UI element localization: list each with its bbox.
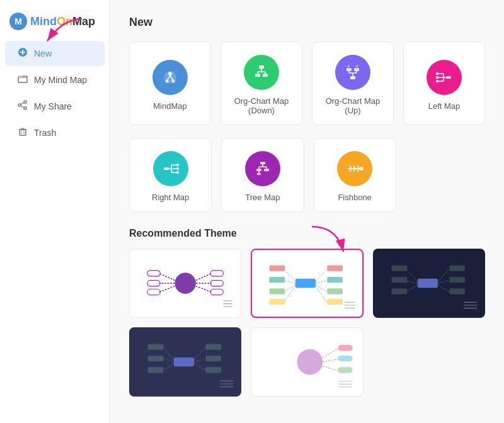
trash-icon (18, 127, 28, 139)
svg-line-134 (194, 347, 205, 360)
fishbone-icon (337, 151, 372, 186)
mindmap-icon (152, 60, 188, 95)
svg-point-6 (24, 107, 26, 110)
sidebar-item-my-share[interactable]: My Share (5, 94, 105, 119)
sidebar-item-my-mind-map-label: My Mind Map (34, 75, 87, 85)
folder-icon (18, 74, 28, 86)
svg-line-90 (284, 280, 295, 283)
svg-rect-125 (148, 344, 164, 350)
svg-line-75 (159, 286, 175, 292)
svg-rect-127 (148, 367, 164, 373)
map-card-tree-map[interactable]: Tree Map (221, 138, 304, 212)
recommended-section-title: Recommended Theme (129, 228, 485, 239)
svg-rect-126 (148, 356, 164, 361)
svg-line-129 (163, 358, 174, 362)
svg-rect-101 (328, 266, 343, 271)
svg-point-5 (24, 101, 26, 103)
tree-map-icon (245, 151, 280, 186)
svg-line-110 (406, 280, 417, 283)
sidebar-item-new[interactable]: New (5, 41, 105, 66)
map-grid-row2: Right Map Tree Map (129, 138, 396, 212)
org-up-icon (335, 55, 370, 90)
svg-line-141 (323, 349, 338, 358)
logo-icon: M (9, 13, 27, 30)
sidebar-item-new-label: New (34, 48, 52, 59)
svg-rect-145 (338, 356, 353, 361)
theme-card-dark2[interactable] (129, 327, 241, 397)
map-card-mindmap[interactable]: MindMap (129, 42, 211, 125)
svg-rect-51 (176, 164, 179, 166)
svg-rect-44 (436, 80, 438, 82)
svg-rect-59 (256, 169, 261, 171)
svg-point-34 (348, 65, 350, 67)
theme-grid (129, 249, 485, 397)
map-card-fishbone[interactable]: Fishbone (314, 138, 396, 212)
svg-rect-144 (338, 345, 353, 351)
svg-line-128 (163, 347, 174, 360)
theme-card-pastel[interactable] (251, 327, 363, 397)
share-icon (18, 100, 28, 113)
svg-point-70 (360, 167, 364, 171)
svg-rect-112 (391, 266, 407, 271)
svg-rect-76 (147, 271, 160, 276)
theme-card-white[interactable] (129, 249, 241, 318)
logo-text: MindOnMap (30, 15, 95, 28)
map-card-org-down[interactable]: Org-Chart Map (Down) (220, 42, 302, 125)
svg-line-115 (438, 269, 449, 281)
svg-rect-132 (205, 356, 221, 361)
main-content: New MindMap (110, 0, 504, 423)
svg-rect-118 (449, 266, 465, 271)
theme-card-colorful[interactable] (251, 249, 363, 318)
map-card-right-map[interactable]: Right Map (129, 138, 212, 212)
theme-card-dark[interactable] (373, 249, 485, 318)
svg-line-9 (21, 106, 24, 108)
svg-point-7 (18, 104, 21, 106)
map-card-org-up[interactable]: Org-Chart Map (Up) (312, 42, 394, 125)
svg-line-79 (196, 273, 212, 280)
new-section-title: New (129, 16, 485, 29)
svg-rect-82 (210, 271, 223, 276)
plus-icon (18, 47, 28, 60)
svg-rect-26 (263, 74, 268, 77)
right-map-label: Right Map (152, 193, 189, 202)
fishbone-label: Fishbone (338, 193, 371, 202)
svg-line-130 (163, 364, 174, 370)
svg-rect-77 (147, 280, 160, 286)
svg-line-136 (194, 364, 205, 370)
svg-line-116 (438, 280, 449, 283)
svg-point-18 (166, 79, 169, 82)
logo: M MindOnMap (0, 6, 110, 40)
map-card-left-map[interactable]: Left Map (403, 42, 485, 125)
svg-rect-102 (328, 277, 343, 283)
svg-rect-43 (436, 76, 438, 79)
svg-rect-119 (449, 277, 465, 283)
sidebar-item-trash[interactable]: Trash (5, 120, 105, 145)
svg-line-117 (438, 285, 449, 292)
right-map-icon (153, 151, 188, 186)
svg-rect-60 (264, 169, 269, 171)
sidebar-item-my-mind-map[interactable]: My Mind Map (5, 67, 105, 93)
svg-rect-104 (328, 299, 343, 305)
left-map-icon (427, 60, 462, 95)
svg-rect-52 (176, 167, 179, 170)
svg-line-97 (316, 269, 327, 281)
svg-rect-94 (270, 277, 285, 283)
org-up-label: Org-Chart Map (Up) (319, 96, 387, 115)
svg-rect-114 (391, 288, 407, 294)
sidebar-item-trash-label: Trash (34, 128, 56, 138)
svg-rect-45 (164, 167, 169, 170)
svg-rect-120 (449, 288, 465, 294)
svg-rect-25 (255, 74, 260, 77)
svg-rect-62 (257, 173, 261, 175)
svg-line-81 (196, 286, 212, 292)
svg-line-142 (323, 359, 338, 362)
org-down-icon (244, 55, 279, 90)
map-grid-row1: MindMap Org-Chart Map (Down) (129, 42, 485, 125)
svg-rect-95 (270, 288, 285, 294)
svg-rect-131 (205, 344, 221, 350)
svg-rect-10 (20, 130, 26, 135)
mindmap-label: MindMap (153, 101, 186, 111)
svg-line-143 (323, 366, 338, 370)
svg-rect-54 (260, 162, 265, 164)
svg-line-89 (284, 269, 295, 281)
